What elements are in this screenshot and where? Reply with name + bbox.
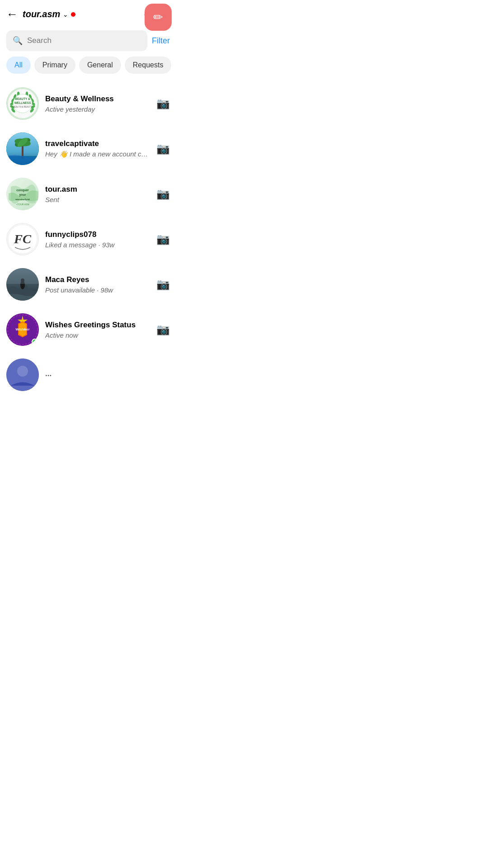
search-input[interactable] xyxy=(27,36,141,45)
compose-button[interactable]: ✏ xyxy=(145,4,172,31)
list-item[interactable]: Maca Reyes Post unavailable · 98w 📷 xyxy=(0,262,176,307)
camera-icon[interactable]: 📷 xyxy=(156,278,170,291)
svg-text:FC: FC xyxy=(14,232,32,246)
tab-general[interactable]: General xyxy=(79,57,121,74)
avatar: Wishker xyxy=(6,313,39,346)
conversation-preview: Hey 👋 I made a new account call... 83w xyxy=(45,150,150,158)
conversation-info: Beauty & Wellness Active yesterday xyxy=(45,94,150,113)
active-status-dot xyxy=(32,339,38,345)
conversation-name: funnyclips078 xyxy=(45,230,150,239)
conversation-info: ... xyxy=(45,369,170,380)
conversation-name: Beauty & Wellness xyxy=(45,94,150,104)
list-item[interactable]: travelcaptivate Hey 👋 I made a new accou… xyxy=(0,126,176,171)
conversation-info: funnyclips078 Liked a message · 93w xyxy=(45,230,150,249)
list-item[interactable]: FC funnyclips078 Liked a message · 93w 📷 xyxy=(0,217,176,262)
conversation-preview: Active yesterday xyxy=(45,105,150,113)
avatar xyxy=(6,132,39,165)
conversation-info: travelcaptivate Hey 👋 I made a new accou… xyxy=(45,139,150,158)
tab-requests[interactable]: Requests xyxy=(125,57,172,74)
filter-button[interactable]: Filter xyxy=(152,36,170,46)
conversation-info: Wishes Greetings Status Active now xyxy=(45,321,150,339)
header: ← tour.asm ⌄ ··· ↗ ✏ xyxy=(0,0,176,27)
camera-icon[interactable]: 📷 xyxy=(156,323,170,336)
svg-text:conquer: conquer xyxy=(16,189,29,192)
tab-all[interactable]: All xyxy=(6,57,31,74)
svg-text:BEAUTY &: BEAUTY & xyxy=(15,97,30,100)
conversation-preview: Liked a message · 93w xyxy=(45,241,150,249)
svg-text:your: your xyxy=(19,193,26,197)
tabs-section: All Primary General Requests xyxy=(0,57,176,81)
back-button[interactable]: ← xyxy=(6,7,18,21)
conversation-preview: Active now xyxy=(45,331,150,339)
camera-icon[interactable]: 📷 xyxy=(156,142,170,155)
tab-primary[interactable]: Primary xyxy=(34,57,75,74)
list-item[interactable]: conquer your wanderlust +TOUR.ASM tour.a… xyxy=(0,171,176,217)
conversation-name: ... xyxy=(45,369,170,378)
conversation-list: BEAUTY & WELLNESS HEALTH & BEAUTY Beauty… xyxy=(0,81,176,393)
avatar: FC xyxy=(6,223,39,255)
list-item[interactable]: Wishker Wishes Greetings Status Active n… xyxy=(0,307,176,352)
conversation-preview: Post unavailable · 98w xyxy=(45,286,150,294)
svg-text:WELLNESS: WELLNESS xyxy=(14,101,31,104)
chevron-down-icon[interactable]: ⌄ xyxy=(63,11,68,18)
conversation-name: tour.asm xyxy=(45,185,150,194)
conversation-info: tour.asm Sent xyxy=(45,185,150,203)
camera-icon[interactable]: 📷 xyxy=(156,97,170,110)
list-item[interactable]: BEAUTY & WELLNESS HEALTH & BEAUTY Beauty… xyxy=(0,81,176,126)
list-item[interactable]: ... xyxy=(0,352,176,393)
conversation-name: Wishes Greetings Status xyxy=(45,321,150,330)
svg-text:HEALTH & BEAUTY: HEALTH & BEAUTY xyxy=(13,106,33,108)
svg-text:+TOUR.ASM: +TOUR.ASM xyxy=(16,203,29,206)
avatar xyxy=(6,268,39,301)
search-section: 🔍 Filter xyxy=(0,27,176,57)
search-bar: 🔍 xyxy=(6,30,147,51)
conversation-name: Maca Reyes xyxy=(45,275,150,284)
svg-point-43 xyxy=(17,366,28,377)
account-title: tour.asm xyxy=(23,9,60,19)
camera-icon[interactable]: 📷 xyxy=(156,188,170,200)
search-icon: 🔍 xyxy=(13,36,23,46)
svg-text:Wishker: Wishker xyxy=(15,327,29,331)
svg-rect-35 xyxy=(6,268,39,284)
conversation-info: Maca Reyes Post unavailable · 98w xyxy=(45,275,150,294)
conversation-name: travelcaptivate xyxy=(45,139,150,148)
avatar xyxy=(6,359,39,391)
avatar: BEAUTY & WELLNESS HEALTH & BEAUTY xyxy=(6,87,39,120)
live-status-dot xyxy=(71,12,75,17)
camera-icon[interactable]: 📷 xyxy=(156,233,170,245)
conversation-preview: Sent xyxy=(45,196,150,203)
header-title-area: tour.asm ⌄ xyxy=(23,9,144,19)
svg-text:wanderlust: wanderlust xyxy=(15,198,30,201)
compose-icon: ✏ xyxy=(153,10,163,24)
avatar: conquer your wanderlust +TOUR.ASM xyxy=(6,178,39,210)
